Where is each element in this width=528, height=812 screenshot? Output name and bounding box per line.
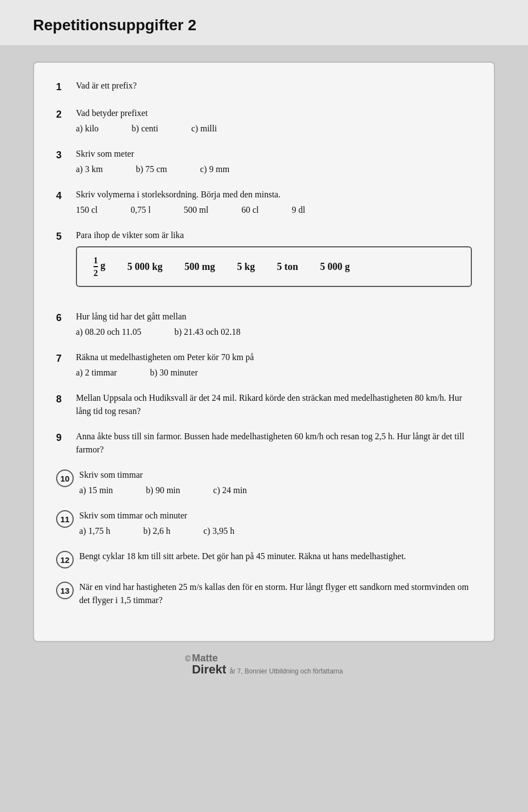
- problem-13: 13 När en vind har hastigheten 25 m/s ka…: [56, 581, 472, 607]
- problem-4-a: 150 cl: [76, 203, 98, 217]
- problem-7-b: b) 30 minuter: [150, 366, 198, 379]
- problem-11-text: Skriv som timmar och minuter: [79, 509, 472, 522]
- problem-4: 4 Skriv volymerna i storleksordning. Bör…: [56, 188, 472, 217]
- footer: © Matte Direkt år 7, Bonnier Utbildning …: [33, 642, 495, 682]
- problem-number-1: 1: [56, 79, 76, 95]
- problem-10-a: a) 15 min: [79, 484, 113, 497]
- highlight-item-4: 5 kg: [237, 259, 255, 274]
- problem-number-12: 12: [56, 551, 74, 568]
- problem-12-text: Bengt cyklar 18 km till sitt arbete. Det…: [79, 551, 406, 561]
- problem-6-b: b) 21.43 och 02.18: [174, 325, 240, 339]
- problem-11-a: a) 1,75 h: [79, 524, 110, 538]
- problem-number-9: 9: [56, 430, 76, 445]
- problem-7: 7 Räkna ut medelhastigheten om Peter kör…: [56, 351, 472, 379]
- problem-2: 2 Vad betyder prefixet a) kilo b) centi …: [56, 107, 472, 135]
- problem-4-d: 60 cl: [241, 203, 259, 217]
- highlight-item-5: 5 ton: [277, 259, 299, 274]
- problem-10-b: b) 90 min: [146, 484, 180, 497]
- problem-10-text: Skriv som timmar: [79, 468, 472, 482]
- problem-6-text: Hur lång tid har det gått mellan: [76, 310, 472, 323]
- highlight-item-3: 500 mg: [185, 259, 216, 274]
- page-title: Repetitionsuppgifter 2: [33, 16, 495, 34]
- problem-8-text: Mellan Uppsala och Hudiksvall är det 24 …: [76, 393, 462, 416]
- problem-2-b: b) centi: [131, 122, 158, 135]
- problem-10-c: c) 24 min: [213, 484, 247, 497]
- problem-2-text: Vad betyder prefixet: [76, 107, 472, 120]
- highlight-item-1: 1 2 g: [94, 255, 106, 278]
- problems-card: 1 Vad är ett prefix? 2 Vad betyder prefi…: [33, 62, 495, 642]
- problem-2-c: c) milli: [191, 122, 217, 135]
- problem-1-text: Vad är ett prefix?: [76, 81, 137, 90]
- problem-7-a: a) 2 timmar: [76, 366, 117, 379]
- problem-6-subitems: a) 08.20 och 11.05 b) 21.43 och 02.18: [76, 325, 472, 339]
- problem-11-b: b) 2,6 h: [143, 524, 170, 538]
- highlight-item-6: 5 000 g: [320, 259, 350, 274]
- problem-number-4: 4: [56, 188, 76, 203]
- problem-5: 5 Para ihop de vikter som är lika 1 2 g …: [56, 229, 472, 298]
- problem-number-2: 2: [56, 107, 76, 122]
- brand-matte: Matte: [192, 653, 218, 663]
- highlight-item-2: 5 000 kg: [128, 259, 163, 274]
- problem-4-b: 0,75 l: [131, 203, 151, 217]
- footer-brand: © Matte Direkt år 7, Bonnier Utbildning …: [33, 653, 495, 676]
- problem-5-text: Para ihop de vikter som är lika: [76, 229, 472, 242]
- problem-11-subitems: a) 1,75 h b) 2,6 h c) 3,95 h: [79, 524, 472, 538]
- problem-number-10: 10: [56, 469, 74, 487]
- problem-number-5: 5: [56, 229, 76, 244]
- problem-2-subitems: a) kilo b) centi c) milli: [76, 122, 472, 135]
- problem-3-a: a) 3 km: [76, 163, 103, 176]
- problem-13-text: När en vind har hastigheten 25 m/s kalla…: [79, 582, 469, 605]
- problem-4-text: Skriv volymerna i storleksordning. Börja…: [76, 188, 472, 201]
- problem-6-a: a) 08.20 och 11.05: [76, 325, 141, 339]
- problem-number-6: 6: [56, 310, 76, 325]
- problem-3: 3 Skriv som meter a) 3 km b) 75 cm c) 9 …: [56, 147, 472, 176]
- problem-10: 10 Skriv som timmar a) 15 min b) 90 min …: [56, 468, 472, 497]
- problem-number-3: 3: [56, 147, 76, 163]
- problem-6: 6 Hur lång tid har det gått mellan a) 08…: [56, 310, 472, 339]
- problem-number-11: 11: [56, 510, 74, 528]
- problem-1: 1 Vad är ett prefix?: [56, 79, 472, 95]
- problem-number-7: 7: [56, 351, 76, 366]
- problem-11-c: c) 3,95 h: [204, 524, 234, 538]
- footer-tagline: år 7, Bonnier Utbildning och författarna: [229, 667, 343, 677]
- problem-number-8: 8: [56, 391, 76, 407]
- problem-12: 12 Bengt cyklar 18 km till sitt arbete. …: [56, 550, 472, 568]
- problem-3-b: b) 75 cm: [136, 163, 167, 176]
- brand-direkt: Direkt: [192, 663, 226, 676]
- problem-4-subitems: 150 cl 0,75 l 500 ml 60 cl 9 dl: [76, 203, 472, 217]
- problem-3-text: Skriv som meter: [76, 147, 472, 161]
- problem-9-text: Anna åkte buss till sin farmor. Bussen h…: [76, 432, 464, 454]
- problem-3-c: c) 9 mm: [200, 163, 229, 176]
- problem-5-highlight-box: 1 2 g 5 000 kg 500 mg 5 kg 5 ton 5 000 g: [76, 246, 472, 287]
- problem-4-e: 9 dl: [292, 203, 305, 217]
- problem-2-a: a) kilo: [76, 122, 98, 135]
- copyright-symbol: ©: [185, 654, 191, 663]
- problem-3-subitems: a) 3 km b) 75 cm c) 9 mm: [76, 163, 472, 176]
- problem-9: 9 Anna åkte buss till sin farmor. Bussen…: [56, 430, 472, 456]
- problem-4-c: 500 ml: [184, 203, 208, 217]
- problem-11: 11 Skriv som timmar och minuter a) 1,75 …: [56, 509, 472, 538]
- problem-8: 8 Mellan Uppsala och Hudiksvall är det 2…: [56, 391, 472, 418]
- problem-7-text: Räkna ut medelhastigheten om Peter kör 7…: [76, 351, 472, 364]
- problem-number-13: 13: [56, 582, 74, 599]
- problem-10-subitems: a) 15 min b) 90 min c) 24 min: [79, 484, 472, 497]
- problem-7-subitems: a) 2 timmar b) 30 minuter: [76, 366, 472, 379]
